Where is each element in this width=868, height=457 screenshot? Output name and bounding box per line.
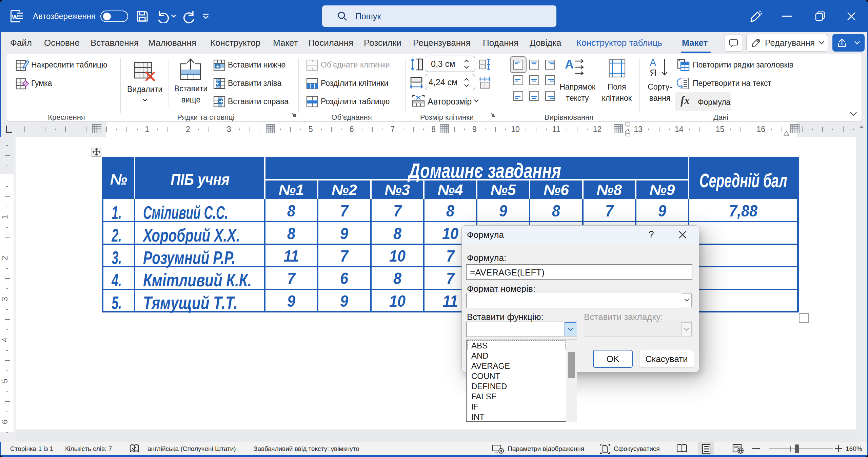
svg-text:А: А [650, 58, 656, 68]
svg-text:A: A [565, 58, 574, 71]
svg-text:W: W [12, 14, 18, 21]
svg-text:Я: Я [650, 68, 657, 78]
